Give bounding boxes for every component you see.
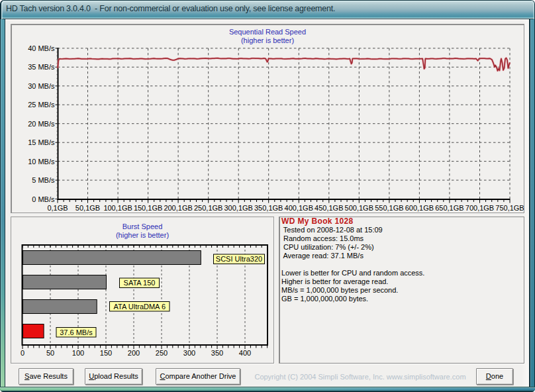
svg-text:Burst Speed: Burst Speed (122, 222, 163, 230)
svg-text:40 MB/s: 40 MB/s (28, 44, 55, 52)
svg-text:0 MB/s: 0 MB/s (32, 195, 55, 203)
svg-text:(higher is better): (higher is better) (241, 36, 294, 44)
svg-text:Sequential Read Speed: Sequential Read Speed (229, 28, 306, 36)
svg-text:250: 250 (156, 349, 168, 357)
svg-text:450,1GB: 450,1GB (315, 204, 343, 212)
svg-text:50: 50 (46, 349, 54, 357)
svg-text:350,1GB: 350,1GB (254, 204, 283, 212)
svg-text:350: 350 (211, 349, 223, 357)
svg-text:150,1GB: 150,1GB (134, 204, 162, 212)
svg-text:37.6 MB/s: 37.6 MB/s (60, 328, 93, 336)
svg-text:100: 100 (72, 349, 84, 357)
svg-text:10 MB/s: 10 MB/s (28, 158, 55, 166)
svg-text:200,1GB: 200,1GB (164, 204, 192, 212)
svg-text:150: 150 (100, 349, 112, 357)
svg-text:500,1GB: 500,1GB (345, 204, 373, 212)
svg-text:50,1GB: 50,1GB (75, 204, 100, 212)
svg-text:5 MB/s: 5 MB/s (32, 176, 55, 184)
svg-text:30 MB/s: 30 MB/s (28, 82, 55, 90)
svg-text:300,1GB: 300,1GB (224, 204, 252, 212)
svg-text:200: 200 (128, 349, 140, 357)
svg-text:300: 300 (183, 349, 195, 357)
svg-text:15 MB/s: 15 MB/s (28, 138, 55, 146)
svg-text:750,1GB: 750,1GB (495, 204, 524, 212)
svg-text:0: 0 (21, 349, 24, 357)
svg-text:700,1GB: 700,1GB (465, 204, 494, 212)
svg-text:25 MB/s: 25 MB/s (28, 101, 55, 109)
svg-text:SATA 150: SATA 150 (124, 279, 156, 287)
svg-text:SCSI Ultra320: SCSI Ultra320 (216, 255, 262, 263)
svg-text:550,1GB: 550,1GB (375, 204, 403, 212)
svg-text:ATA UltraDMA 6: ATA UltraDMA 6 (114, 303, 166, 311)
svg-text:400,1GB: 400,1GB (285, 204, 313, 212)
svg-text:0,1GB: 0,1GB (47, 204, 68, 212)
svg-text:600,1GB: 600,1GB (405, 204, 434, 212)
svg-text:650,1GB: 650,1GB (435, 204, 463, 212)
svg-text:20 MB/s: 20 MB/s (28, 120, 55, 128)
svg-text:400: 400 (239, 349, 251, 357)
svg-text:250,1GB: 250,1GB (194, 204, 222, 212)
svg-text:100,1GB: 100,1GB (103, 204, 132, 212)
svg-text:(higher is better): (higher is better) (116, 231, 169, 239)
svg-text:35 MB/s: 35 MB/s (28, 63, 55, 71)
